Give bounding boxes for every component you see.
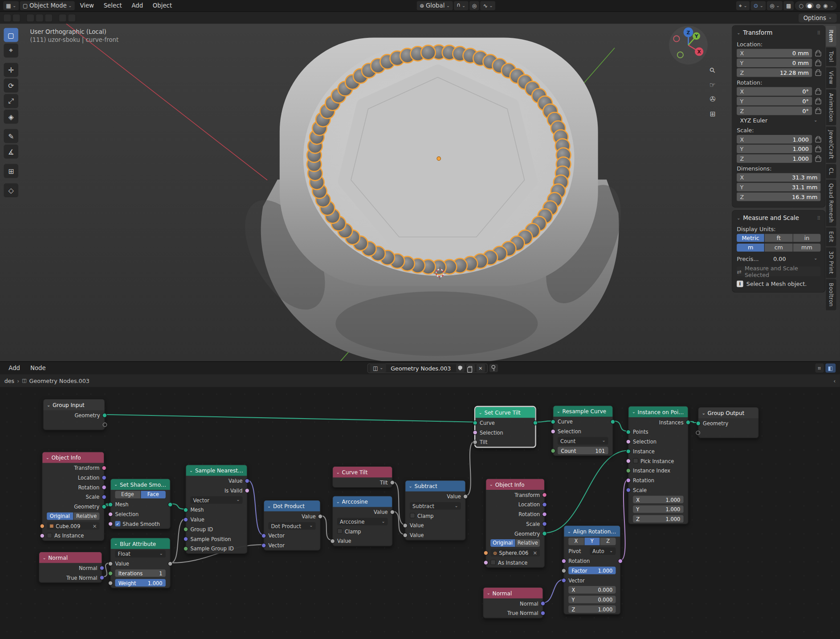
- move-tool[interactable]: ✛: [4, 63, 18, 77]
- lock-icon[interactable]: [815, 107, 820, 114]
- input-socket[interactable]: [40, 523, 45, 528]
- sidebar-tab-animation[interactable]: Animation: [826, 89, 836, 126]
- output-socket[interactable]: [610, 419, 615, 424]
- toggle-z[interactable]: Z: [600, 537, 616, 545]
- sidebar-tab-3d-print[interactable]: 3D Print: [826, 247, 836, 277]
- object-field[interactable]: ◍Sphere.006✕: [490, 549, 540, 557]
- input-socket[interactable]: [696, 421, 701, 426]
- collapse-icon[interactable]: ⌄: [336, 470, 340, 475]
- toggle-original[interactable]: Original: [47, 513, 73, 520]
- measure-tool[interactable]: ∡: [4, 145, 18, 159]
- tool-settings-icon[interactable]: [68, 14, 76, 22]
- number-field[interactable]: Count101: [558, 447, 608, 454]
- toggle-relative[interactable]: Relative: [73, 513, 100, 520]
- input-socket[interactable]: [108, 512, 113, 517]
- input-socket[interactable]: [550, 419, 555, 424]
- checkbox[interactable]: [410, 513, 415, 518]
- scale-z-field[interactable]: Z1.000: [737, 155, 812, 163]
- measure-scale-selected-button[interactable]: ⇄Measure and Scale Selected: [737, 267, 820, 277]
- node-header[interactable]: ⌄Instance on Points: [628, 407, 688, 417]
- node-header[interactable]: ⌄Curve Tilt: [333, 467, 392, 477]
- checkbox[interactable]: ✓: [115, 521, 120, 526]
- number-field[interactable]: Iterations1: [115, 570, 165, 577]
- location-z-field[interactable]: Z12.28 mm: [737, 68, 812, 77]
- input-socket[interactable]: [550, 429, 555, 434]
- node-instance-on-points[interactable]: ⌄Instance on PointsInstancesPointsSelect…: [628, 406, 688, 525]
- unlink-button[interactable]: ✕: [476, 364, 485, 372]
- input-socket[interactable]: [626, 439, 631, 444]
- tool-settings-icon[interactable]: [3, 14, 11, 22]
- rotation-mode-select[interactable]: XYZ Euler⌄: [737, 116, 820, 125]
- node-header[interactable]: ⌄Object Info: [42, 452, 104, 463]
- node-header[interactable]: ⌄Object Info: [486, 479, 544, 490]
- vector-component-field[interactable]: Y1.000: [633, 505, 683, 513]
- checkbox[interactable]: [490, 560, 496, 565]
- sidebar-tab-edit[interactable]: Edit: [826, 228, 836, 246]
- output-socket[interactable]: [542, 502, 547, 507]
- input-socket[interactable]: [550, 448, 555, 453]
- collapse-icon[interactable]: ⌄: [189, 468, 193, 473]
- output-socket[interactable]: [99, 575, 104, 580]
- node-header[interactable]: ⌄Resample Curve: [553, 406, 612, 417]
- input-socket[interactable]: [562, 558, 567, 563]
- input-socket[interactable]: [696, 431, 700, 435]
- output-socket[interactable]: [102, 475, 106, 480]
- object-field[interactable]: ▦Cube.009✕: [47, 522, 99, 529]
- vector-component-field[interactable]: Z1.000: [568, 606, 616, 613]
- node-tree-browse-button[interactable]: ◫⌄: [370, 363, 386, 373]
- node-enum-select[interactable]: Dot Product⌄: [268, 522, 315, 529]
- fake-user-button[interactable]: [456, 364, 464, 372]
- lock-icon[interactable]: [815, 155, 820, 162]
- unit-system-in-button[interactable]: in: [793, 234, 820, 242]
- collapse-icon[interactable]: ⌄: [567, 529, 571, 533]
- node-enum-select[interactable]: Float⌄: [115, 550, 165, 558]
- scale-y-field[interactable]: Y1.000: [737, 145, 812, 153]
- 3d-viewport[interactable]: User Orthographic (Local) (111) uzor-sbo…: [0, 24, 840, 361]
- input-socket[interactable]: [473, 430, 477, 435]
- clear-object-icon[interactable]: ✕: [93, 523, 97, 529]
- collapse-icon[interactable]: ⌄: [336, 499, 340, 504]
- collapse-icon[interactable]: ⌄: [479, 410, 482, 415]
- input-socket[interactable]: [108, 561, 113, 566]
- node-header[interactable]: ⌄Dot Product: [264, 501, 320, 511]
- node-overlays-button[interactable]: ◧: [825, 363, 836, 373]
- xray-toggle[interactable]: ▩: [783, 1, 794, 10]
- input-socket[interactable]: [183, 536, 188, 541]
- unit-m-button[interactable]: m: [737, 244, 764, 252]
- collapse-icon[interactable]: ⌄: [267, 504, 271, 509]
- grid-ortho-icon[interactable]: ⊞: [708, 109, 718, 119]
- lock-icon[interactable]: [815, 88, 820, 95]
- toggle-relative[interactable]: Relative: [515, 539, 540, 547]
- collapse-icon[interactable]: ⌄: [489, 482, 493, 487]
- node-header[interactable]: ⌄Normal: [39, 552, 102, 563]
- toggle-face[interactable]: Face: [141, 491, 166, 498]
- input-socket[interactable]: [626, 468, 631, 473]
- input-socket[interactable]: [626, 488, 631, 492]
- output-socket[interactable]: [685, 419, 690, 424]
- offset-tool[interactable]: ◇: [4, 183, 18, 197]
- toggle-x[interactable]: X: [568, 537, 584, 545]
- rotation-x-field[interactable]: X0°: [737, 87, 812, 96]
- editor-type-button[interactable]: ▦⌄: [3, 1, 19, 10]
- node-enum-select[interactable]: Subtract⌄: [410, 502, 461, 510]
- vector-component-field[interactable]: Y0.000: [568, 596, 616, 603]
- lock-icon[interactable]: [815, 98, 820, 105]
- tool-settings-icon[interactable]: [12, 14, 20, 22]
- breadcrumb-root[interactable]: des: [4, 378, 14, 384]
- unit-system-metric-button[interactable]: Metric: [737, 234, 764, 242]
- node-normal-2[interactable]: ⌄NormalNormalTrue Normal: [483, 587, 543, 618]
- collapse-icon[interactable]: ⌄: [47, 403, 50, 407]
- output-socket[interactable]: [540, 601, 545, 606]
- shading-rendered-button[interactable]: ◉: [823, 3, 828, 8]
- input-socket[interactable]: [108, 571, 113, 576]
- output-socket[interactable]: [542, 512, 547, 517]
- sidebar-tab-cl[interactable]: CL: [826, 164, 836, 179]
- panel-grip-icon[interactable]: ⠿: [817, 216, 821, 221]
- checkbox[interactable]: [633, 458, 638, 464]
- sidebar-tab-quad-remesh[interactable]: Quad Remesh: [826, 179, 836, 226]
- lock-icon[interactable]: [815, 59, 820, 66]
- unit-mm-button[interactable]: mm: [793, 244, 820, 252]
- dimensions-z-field[interactable]: Z16.3 mm: [737, 192, 820, 201]
- tweak-select-tool[interactable]: ▢: [4, 28, 18, 42]
- camera-view-icon[interactable]: ✇: [708, 95, 718, 105]
